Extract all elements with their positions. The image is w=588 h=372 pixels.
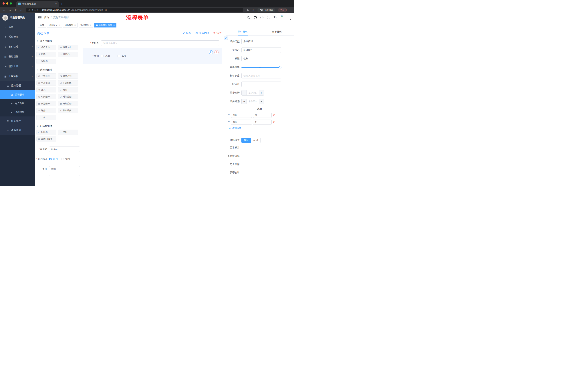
hamburger-icon[interactable] — [38, 16, 42, 19]
palette-item-upload[interactable]: ↥上传 — [36, 115, 56, 120]
back-icon[interactable]: ← — [2, 9, 7, 12]
reload-icon[interactable]: ↻ — [13, 8, 18, 12]
tab-close-icon[interactable]: × — [55, 2, 57, 5]
help-icon[interactable]: ? — [260, 16, 263, 19]
status-on-radio[interactable] — [49, 158, 52, 160]
remove-option-icon[interactable]: ⊖ — [273, 121, 275, 124]
palette-item-switch[interactable]: ⊙开关 — [36, 87, 56, 93]
palette-item-row-container[interactable]: ▢行容器 — [36, 130, 56, 135]
sidebar-item-devtools[interactable]: ⚒ 研发工具 ▾ — [0, 62, 35, 71]
update-button[interactable]: 更新 — [278, 8, 287, 12]
address-bar[interactable]: ⚠ 不安全 | dashboard.yudao.iocoder.cn/bpm/m… — [26, 8, 243, 12]
password-key-icon[interactable] — [245, 9, 250, 11]
drag-handle-icon[interactable]: ☰ — [228, 114, 230, 117]
font-size-icon[interactable]: TT — [274, 16, 277, 19]
slider-handle[interactable] — [279, 66, 282, 68]
gender-option1-checkbox[interactable] — [101, 55, 104, 57]
sidebar-item-task-management[interactable]: ⚑ 任务管理 ▾ — [0, 117, 35, 126]
palette-item-rate[interactable]: ☆评分 — [36, 108, 56, 113]
sidebar-item-workflow[interactable]: ▣ 工作流程 ▴ — [0, 71, 35, 81]
sidebar-item-process-management[interactable]: ☰ 流程管理 ▴ — [0, 81, 35, 90]
drag-handle-icon[interactable]: ☰ — [228, 121, 230, 124]
palette-item-table[interactable]: ▦表格[开发中] — [36, 137, 56, 142]
search-icon[interactable] — [247, 16, 250, 19]
github-icon[interactable] — [253, 16, 257, 19]
phone-input[interactable] — [101, 40, 219, 46]
remark-textarea[interactable]: 嘿嘿 — [49, 166, 80, 176]
option2-value-input[interactable] — [253, 120, 272, 125]
remove-option-icon[interactable]: ⊖ — [273, 114, 275, 117]
tag-close-icon[interactable]: × — [90, 24, 92, 26]
palette-item-select[interactable]: ◎下拉选择 — [36, 73, 56, 79]
selected-widget-gender[interactable]: *性别 选项一 选项二 — [83, 48, 222, 64]
style-button-button[interactable]: 按钮 — [251, 138, 261, 143]
bookmark-star-icon[interactable]: ☆ — [251, 8, 256, 12]
palette-item-slider[interactable]: ↔滑块 — [58, 87, 78, 93]
window-minimize-button[interactable] — [6, 2, 8, 5]
sidebar-item-payment[interactable]: ¥ 支付管理 ▾ — [0, 42, 35, 52]
palette-item-date-picker[interactable]: ▦日期选择 — [36, 101, 56, 106]
palette-item-counter[interactable]: 123计数器 — [58, 52, 78, 57]
form-name-input[interactable] — [49, 147, 80, 152]
component-type-select[interactable]: 多选框组 — [242, 39, 281, 44]
tag-process-form-edit[interactable]: 流程表单-编辑 × — [94, 23, 117, 28]
tab-component-props[interactable]: 组件属性 — [226, 28, 260, 35]
window-close-button[interactable] — [2, 2, 5, 5]
title-input[interactable] — [242, 56, 281, 61]
new-tab-button[interactable]: + — [61, 2, 63, 6]
browser-tab[interactable]: 芋道管理系统 × — [16, 1, 59, 7]
tag-close-icon[interactable]: × — [74, 24, 76, 26]
home-icon[interactable]: ⌂ — [19, 9, 24, 12]
increase-button[interactable]: + — [259, 90, 264, 95]
palette-item-password[interactable]: ⚲密码 — [36, 52, 56, 57]
status-on-label[interactable]: 开启 — [53, 158, 58, 161]
delete-widget-button[interactable] — [214, 50, 219, 54]
tag-close-icon[interactable]: × — [59, 24, 60, 26]
link-affix-button[interactable] — [224, 36, 228, 40]
sidebar-item-home[interactable]: ◔ 首页 — [0, 22, 35, 32]
palette-item-single-text[interactable]: ▭单行文本 — [36, 45, 56, 50]
option1-label-input[interactable] — [231, 113, 252, 118]
increase-button[interactable]: + — [259, 99, 264, 104]
tab-form-props[interactable]: 表单属性 — [260, 28, 294, 35]
label-width-input[interactable] — [242, 73, 281, 78]
tag-home[interactable]: 首页 — [38, 23, 46, 28]
tag-close-icon[interactable]: × — [113, 24, 115, 26]
browser-menu-icon[interactable]: ⋮ — [289, 8, 292, 12]
copy-widget-button[interactable] — [209, 50, 213, 54]
palette-item-multi-text[interactable]: ▤多行文本 — [58, 45, 78, 50]
clear-button[interactable]: 清空 — [213, 32, 221, 35]
option1-value-input[interactable] — [253, 113, 272, 118]
view-json-button[interactable]: 查看json — [195, 32, 209, 35]
gender-option2-label[interactable]: 选项二 — [122, 54, 129, 58]
sidebar-item-user-group[interactable]: ☻ 用户分组 — [0, 99, 35, 108]
gender-option1-label[interactable]: 选项一 — [105, 54, 112, 58]
tag-process-definition[interactable]: 流程定义 × — [47, 23, 62, 28]
palette-item-checkbox-group[interactable]: ☑多选框组 — [58, 80, 78, 85]
palette-item-date-range[interactable]: ▩日期范围 — [58, 101, 78, 106]
max-select-input[interactable] — [247, 99, 259, 104]
status-off-radio[interactable] — [61, 158, 64, 160]
forward-icon[interactable]: → — [8, 9, 12, 12]
default-value-input[interactable] — [242, 82, 281, 87]
sidebar-item-leave-query[interactable]: ☺ 请假查询 — [0, 126, 35, 135]
sidebar-item-infrastructure[interactable]: ▥ 基础设施 ▾ — [0, 52, 35, 62]
palette-item-radio-group[interactable]: ◉单选框组 — [36, 80, 56, 85]
save-button[interactable]: ✓ 保存 — [183, 32, 191, 35]
decrease-button[interactable]: − — [242, 99, 247, 104]
field-name-input[interactable] — [242, 47, 281, 53]
sidebar-logo[interactable]: 芋道管理系统 — [0, 13, 35, 22]
sidebar-item-system[interactable]: ⚙ 系统管理 ▾ — [0, 32, 35, 42]
sidebar-item-process-model[interactable]: ► 流程模型 — [0, 108, 35, 117]
palette-item-time-picker[interactable]: ◷时间选择 — [36, 94, 56, 99]
min-select-input[interactable] — [247, 90, 259, 95]
palette-item-cascader[interactable]: ⌥级联选择 — [58, 73, 78, 79]
avatar-caret-icon[interactable]: ▾ — [290, 19, 291, 21]
decrease-button[interactable]: − — [242, 90, 247, 95]
tag-process-form[interactable]: 流程表单 × — [79, 23, 93, 28]
palette-item-color-picker[interactable]: ◐颜色选择 — [58, 108, 78, 113]
palette-item-time-range[interactable]: ◶时间范围 — [58, 94, 78, 99]
tag-process-model[interactable]: 流程模型 × — [63, 23, 78, 28]
gender-option2-checkbox[interactable] — [117, 55, 120, 57]
breadcrumb-home[interactable]: 首页 — [44, 16, 49, 19]
